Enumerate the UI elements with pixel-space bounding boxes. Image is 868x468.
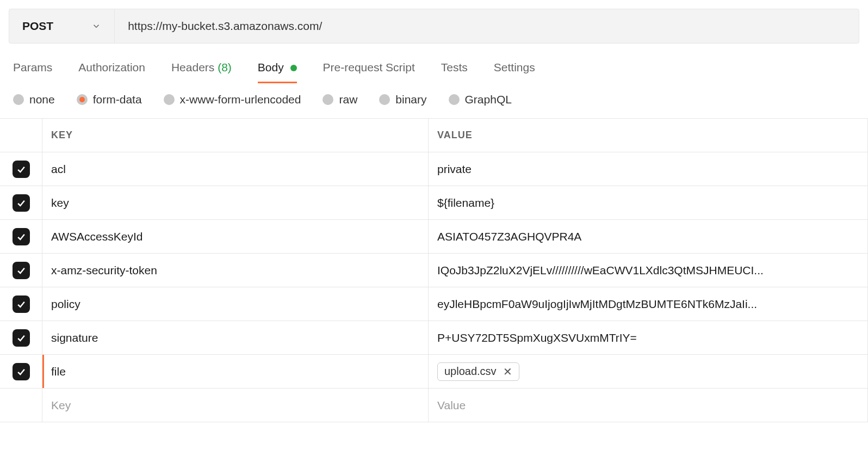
- radio-icon: [449, 94, 460, 105]
- kv-enable-checkbox[interactable]: [0, 220, 42, 253]
- kv-enable-checkbox[interactable]: [0, 321, 42, 354]
- kv-value-placeholder[interactable]: Value: [429, 389, 868, 422]
- file-chip[interactable]: upload.csv✕: [437, 362, 519, 381]
- tab-settings[interactable]: Settings: [494, 57, 535, 83]
- kv-value-text: ${filename}: [437, 196, 859, 210]
- kv-check-header: [0, 119, 42, 152]
- body-type-label: raw: [339, 93, 357, 106]
- kv-check-placeholder: [0, 389, 42, 422]
- tab-body[interactable]: Body: [258, 57, 297, 83]
- kv-row: AWSAccessKeyIdASIATO457Z3AGHQVPR4A: [0, 220, 868, 254]
- kv-value-cell[interactable]: IQoJb3JpZ2luX2VjELv//////////wEaCWV1LXdl…: [429, 254, 868, 287]
- body-type-label: none: [29, 93, 55, 106]
- radio-icon: [379, 94, 390, 105]
- body-type-label: x-www-form-urlencoded: [180, 93, 301, 106]
- kv-key-placeholder[interactable]: Key: [42, 389, 429, 422]
- headers-count-badge: (8): [218, 61, 232, 73]
- kv-enable-checkbox[interactable]: [0, 152, 42, 186]
- chevron-down-icon: [91, 21, 101, 31]
- checkbox-checked-icon: [13, 228, 30, 245]
- kv-row: x-amz-security-tokenIQoJb3JpZ2luX2VjELv/…: [0, 254, 868, 287]
- kv-key-header: KEY: [42, 119, 429, 152]
- checkbox-checked-icon: [13, 363, 30, 380]
- checkbox-checked-icon: [13, 295, 30, 313]
- radio-icon: [77, 94, 88, 105]
- request-url-input[interactable]: [115, 9, 859, 43]
- kv-key-cell[interactable]: x-amz-security-token: [42, 254, 429, 287]
- kv-value-cell[interactable]: P+USY72DT5SpmXugXSVUxmMTrIY=: [429, 321, 868, 354]
- kv-value-text: IQoJb3JpZ2luX2VjELv//////////wEaCWV1LXdl…: [437, 264, 859, 277]
- checkbox-checked-icon: [13, 161, 30, 178]
- kv-row: fileupload.csv✕: [0, 355, 868, 389]
- checkbox-checked-icon: [13, 329, 30, 347]
- radio-icon: [164, 94, 175, 105]
- kv-value-cell[interactable]: private: [429, 152, 868, 186]
- kv-enable-checkbox[interactable]: [0, 254, 42, 287]
- body-type-raw[interactable]: raw: [323, 93, 357, 106]
- kv-row: aclprivate: [0, 152, 868, 186]
- body-type-x-www-form-urlencoded[interactable]: x-www-form-urlencoded: [164, 93, 301, 106]
- body-type-label: binary: [395, 93, 426, 106]
- body-type-label: form-data: [93, 93, 142, 106]
- tab-pre-request-script[interactable]: Pre-request Script: [323, 57, 415, 83]
- tab-headers-label: Headers: [171, 61, 214, 73]
- kv-value-cell[interactable]: ${filename}: [429, 186, 868, 219]
- kv-key-cell[interactable]: AWSAccessKeyId: [42, 220, 429, 253]
- radio-icon: [323, 94, 333, 105]
- tab-body-label: Body: [258, 61, 284, 73]
- tab-tests[interactable]: Tests: [441, 57, 468, 83]
- kv-row: signatureP+USY72DT5SpmXugXSVUxmMTrIY=: [0, 321, 868, 355]
- http-method-dropdown[interactable]: POST: [9, 9, 115, 43]
- kv-key-cell[interactable]: key: [42, 186, 429, 219]
- checkbox-checked-icon: [13, 194, 30, 212]
- tab-authorization[interactable]: Authorization: [78, 57, 145, 83]
- body-type-form-data[interactable]: form-data: [77, 93, 142, 106]
- radio-icon: [13, 94, 24, 105]
- tab-params[interactable]: Params: [13, 57, 52, 83]
- kv-key-cell[interactable]: acl: [42, 152, 429, 186]
- checkbox-checked-icon: [13, 262, 30, 279]
- kv-value-header: VALUE: [429, 119, 868, 152]
- kv-enable-checkbox[interactable]: [0, 186, 42, 219]
- kv-value-cell[interactable]: ASIATO457Z3AGHQVPR4A: [429, 220, 868, 253]
- kv-new-row[interactable]: Key Value: [0, 389, 868, 422]
- request-tabs: Params Authorization Headers (8) Body Pr…: [0, 52, 868, 83]
- kv-key-cell[interactable]: policy: [42, 287, 429, 321]
- kv-value-text: private: [437, 163, 859, 176]
- kv-enable-checkbox[interactable]: [0, 355, 42, 388]
- body-type-label: GraphQL: [465, 93, 512, 106]
- body-type-none[interactable]: none: [13, 93, 55, 106]
- kv-value-cell[interactable]: eyJleHBpcmF0aW9uIjogIjIwMjItMDgtMzBUMTE6…: [429, 287, 868, 321]
- form-data-table: KEY VALUE aclprivatekey${filename}AWSAcc…: [0, 118, 868, 422]
- kv-row: key${filename}: [0, 186, 868, 220]
- body-type-binary[interactable]: binary: [379, 93, 426, 106]
- body-indicator-dot: [290, 65, 297, 71]
- kv-key-cell[interactable]: signature: [42, 321, 429, 354]
- kv-key-cell[interactable]: file: [42, 355, 429, 388]
- kv-value-text: P+USY72DT5SpmXugXSVUxmMTrIY=: [437, 331, 859, 344]
- close-icon[interactable]: ✕: [503, 365, 512, 378]
- kv-value-text: ASIATO457Z3AGHQVPR4A: [437, 230, 859, 243]
- body-type-graphql[interactable]: GraphQL: [449, 93, 512, 106]
- kv-header-row: KEY VALUE: [0, 119, 868, 152]
- http-method-label: POST: [22, 20, 53, 33]
- kv-value-cell[interactable]: upload.csv✕: [429, 355, 868, 388]
- kv-value-text: eyJleHBpcmF0aW9uIjogIjIwMjItMDgtMzBUMTE6…: [437, 298, 859, 311]
- kv-enable-checkbox[interactable]: [0, 287, 42, 321]
- kv-row: policyeyJleHBpcmF0aW9uIjogIjIwMjItMDgtMz…: [0, 287, 868, 321]
- body-type-selector: none form-data x-www-form-urlencoded raw…: [0, 83, 868, 118]
- request-url-bar: POST: [9, 9, 859, 44]
- file-chip-name: upload.csv: [444, 365, 497, 378]
- tab-headers[interactable]: Headers (8): [171, 57, 232, 83]
